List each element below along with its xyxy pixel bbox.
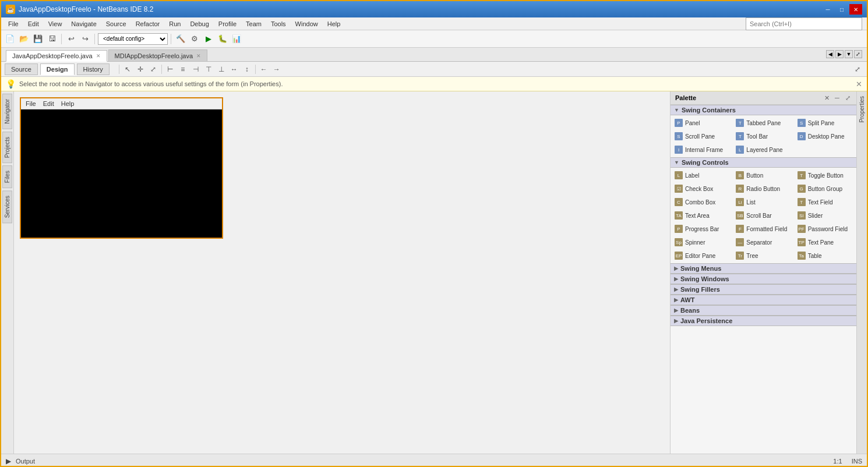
align-right-button[interactable]: ⊣ — [190, 63, 202, 75]
tab-next-button[interactable]: ▶ — [835, 50, 844, 58]
menu-run[interactable]: Run — [164, 19, 185, 29]
menu-tools[interactable]: Tools — [266, 19, 291, 29]
expand-button[interactable]: ⤢ — [852, 63, 863, 75]
tab-source[interactable]: Source — [5, 63, 38, 75]
tab-design[interactable]: Design — [40, 63, 75, 75]
menu-team[interactable]: Team — [241, 19, 266, 29]
menu-refactor[interactable]: Refactor — [131, 19, 165, 29]
palette-item-tree[interactable]: Tr Tree — [733, 249, 793, 262]
sidebar-projects[interactable]: Projects — [2, 132, 12, 163]
menu-window[interactable]: Window — [291, 19, 323, 29]
menu-help[interactable]: Help — [323, 19, 345, 29]
palette-item-text-pane[interactable]: TP Text Pane — [795, 236, 855, 249]
menu-navigate[interactable]: Navigate — [66, 19, 101, 29]
palette-item-text-field[interactable]: T Text Field — [795, 196, 855, 208]
palette-item-scroll-pane[interactable]: S Scroll Pane — [672, 130, 732, 143]
palette-item-tabbed-pane[interactable]: T Tabbed Pane — [733, 116, 793, 129]
menu-view[interactable]: View — [44, 19, 67, 29]
palette-expand-button[interactable]: ⤢ — [844, 94, 852, 102]
save-all-button[interactable]: 🖫 — [45, 33, 58, 45]
run-button[interactable]: ▶ — [202, 33, 215, 45]
build-button[interactable]: 🔨 — [174, 33, 187, 45]
info-close-button[interactable]: ✕ — [856, 80, 862, 89]
palette-item-formatted-field[interactable]: F Formatted Field — [733, 222, 793, 235]
section-swing-controls[interactable]: ▼ Swing Controls — [671, 157, 856, 168]
palette-item-editor-pane[interactable]: EP Editor Pane — [672, 249, 732, 262]
undo-button[interactable]: ↩ — [65, 33, 77, 45]
sidebar-files[interactable]: Files — [2, 165, 12, 188]
menu-debug[interactable]: Debug — [185, 19, 213, 29]
tab-prev-button[interactable]: ◀ — [826, 50, 834, 58]
align-left-button[interactable]: ⊢ — [164, 63, 176, 75]
palette-item-password-field[interactable]: PF Password Field — [795, 222, 855, 235]
palette-item-split-pane[interactable]: S Split Pane — [795, 116, 855, 129]
palette-item-combo-box[interactable]: C Combo Box — [672, 196, 732, 208]
canvas-menu-file[interactable]: File — [26, 100, 36, 107]
palette-item-table[interactable]: Ta Table — [795, 249, 855, 262]
section-swing-windows[interactable]: ▶ Swing Windows — [671, 274, 856, 284]
palette-menu-button[interactable]: ─ — [833, 94, 841, 102]
tab-list-button[interactable]: ▼ — [845, 50, 853, 58]
palette-item-panel[interactable]: P Panel — [672, 116, 732, 129]
align-center-button[interactable]: ≡ — [177, 63, 189, 75]
palette-item-slider[interactable]: Sl Slider — [795, 209, 855, 222]
section-swing-fillers[interactable]: ▶ Swing Fillers — [671, 284, 856, 295]
same-width-button[interactable]: ↔ — [228, 63, 240, 75]
maximize-button[interactable]: □ — [835, 4, 848, 15]
tab-java-app[interactable]: JavaAppDesktopFreelo.java ✕ — [6, 50, 107, 62]
save-button[interactable]: 💾 — [31, 33, 44, 45]
palette-item-radio-button[interactable]: R Radio Button — [733, 182, 793, 195]
palette-item-spinner[interactable]: Sp Spinner — [672, 236, 732, 249]
prev-component-button[interactable]: ← — [258, 63, 270, 75]
move-tool-button[interactable]: ✛ — [135, 63, 146, 75]
canvas-menu-help[interactable]: Help — [61, 100, 75, 107]
palette-close-button[interactable]: ✕ — [823, 94, 831, 102]
menu-edit[interactable]: Edit — [23, 19, 44, 29]
align-bottom-button[interactable]: ⊥ — [216, 63, 227, 75]
design-area[interactable]: File Edit Help — [14, 91, 670, 454]
palette-item-label[interactable]: L Label — [672, 169, 732, 182]
debug-button[interactable]: 🐛 — [216, 33, 229, 45]
palette-item-progress-bar[interactable]: P Progress Bar — [672, 222, 732, 235]
palette-item-scroll-bar[interactable]: SB Scroll Bar — [733, 209, 793, 222]
section-beans[interactable]: ▶ Beans — [671, 305, 856, 316]
minimize-button[interactable]: ─ — [821, 4, 834, 15]
resize-tool-button[interactable]: ⤢ — [147, 63, 159, 75]
tab-java-app-close[interactable]: ✕ — [96, 53, 101, 59]
clean-build-button[interactable]: ⚙ — [188, 33, 201, 45]
align-top-button[interactable]: ⊤ — [203, 63, 214, 75]
menu-file[interactable]: File — [3, 19, 23, 29]
open-project-button[interactable]: 📂 — [17, 33, 30, 45]
palette-item-layered-pane[interactable]: L Layered Pane — [733, 143, 793, 156]
palette-item-check-box[interactable]: ☑ Check Box — [672, 182, 732, 195]
menu-source[interactable]: Source — [101, 19, 131, 29]
palette-item-tool-bar[interactable]: T Tool Bar — [733, 130, 793, 143]
same-height-button[interactable]: ↕ — [241, 63, 253, 75]
tab-history[interactable]: History — [77, 63, 110, 75]
tab-maximize-button[interactable]: ⤢ — [854, 50, 862, 58]
palette-item-desktop-pane[interactable]: D Desktop Pane — [795, 130, 855, 143]
redo-button[interactable]: ↪ — [79, 33, 91, 45]
search-input[interactable] — [746, 17, 862, 30]
canvas-menu-edit[interactable]: Edit — [43, 100, 54, 107]
status-output-label[interactable]: Output — [16, 458, 35, 465]
config-dropdown[interactable]: <default config> — [98, 33, 168, 45]
palette-item-list[interactable]: Li List — [733, 196, 793, 208]
palette-item-separator[interactable]: — Separator — [733, 236, 793, 249]
close-button[interactable]: ✕ — [849, 4, 862, 15]
palette-item-button[interactable]: B Button — [733, 169, 793, 182]
section-java-persistence[interactable]: ▶ Java Persistence — [671, 316, 856, 326]
sidebar-services[interactable]: Services — [2, 190, 12, 223]
tab-mdi-app[interactable]: MDIAppDesktopFreelo.java ✕ — [108, 49, 208, 61]
select-tool-button[interactable]: ↖ — [122, 63, 133, 75]
new-project-button[interactable]: 📄 — [3, 33, 16, 45]
palette-item-toggle-button[interactable]: T Toggle Button — [795, 169, 855, 182]
menu-profile[interactable]: Profile — [214, 19, 241, 29]
section-awt[interactable]: ▶ AWT — [671, 295, 856, 305]
palette-item-text-area[interactable]: TA Text Area — [672, 209, 732, 222]
properties-tab[interactable]: Properties — [858, 91, 866, 128]
sidebar-navigator[interactable]: Navigator — [2, 94, 12, 129]
section-swing-containers[interactable]: ▼ Swing Containers — [671, 105, 856, 115]
next-component-button[interactable]: → — [271, 63, 283, 75]
palette-item-button-group[interactable]: G Button Group — [795, 182, 855, 195]
